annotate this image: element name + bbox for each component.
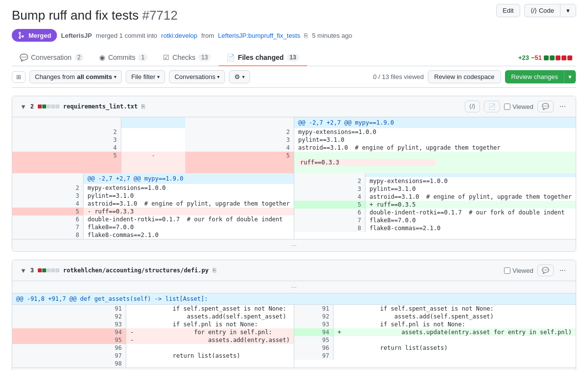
code-button[interactable]: ⟨/⟩ Code [524,4,560,17]
file1-comment-button[interactable]: 💬 [537,101,554,112]
table-row: 3 3 pylint==3.1.0 [12,136,576,144]
stat-bars [544,55,572,60]
mini-bar-gr5 [51,268,55,272]
review-changes-button[interactable]: Review changes [505,70,564,83]
tab-checks-count: 13 [198,53,211,61]
file1-change-count: 2 [30,103,34,110]
tab-files-changed[interactable]: 📄 Files changed 13 [219,50,307,66]
file1-right-table: 2 mypy-extensions==1.0.0 3 pylint==3.1.0… [294,173,576,232]
tab-checks[interactable]: ☑ Checks 13 [155,50,219,66]
commits-icon: ◉ [99,53,105,61]
review-codespace-button[interactable]: Review in codespace [428,70,501,83]
file2-split-diff: 91 if self.spent_asset is not None: 92 a… [12,305,576,368]
stat-bar-3 [556,55,560,60]
code-button-group: ⟨/⟩ Code ▾ [524,4,576,17]
conversation-icon: 💬 [20,53,28,61]
pr-meta: Merged LefterisJP merged 1 commit into r… [12,29,496,42]
tab-files-changed-label: Files changed [238,53,283,61]
file1-diff-table: @@ -2,7 +2,7 @@ mypy==1.9.0 2 2 mypy-ext… [12,117,576,173]
conversations-dropdown[interactable]: Conversations ▾ [169,70,225,83]
table-row: @@ -2,7 +2,7 @@ mypy==1.9.0 [12,173,294,184]
mini-bar-g1 [42,105,46,108]
file2-right-table: 91 if self.spent_asset is not None: 92 a… [294,305,576,360]
table-row: 97 [294,352,576,360]
file2-comment-button[interactable]: 💬 [537,264,554,276]
file-diff-1: ▼ 2 requirements_lint.txt ⎘ ⟨/⟩ 📄 Viewed [12,96,576,252]
table-row: 4 astroid==3.1.0 # engine of pylint, upg… [294,193,576,201]
copy-branch-icon[interactable]: ⎘ [304,32,308,39]
tab-files-changed-count: 13 [287,53,299,61]
table-row: 98 [12,360,294,368]
tab-commits[interactable]: ◉ Commits 1 [91,50,155,66]
settings-dropdown[interactable]: ⚙ ▾ [229,70,250,83]
table-row: 2 mypy-extensions==1.0.0 [12,184,294,192]
files-viewed-text: 0 / 13 files viewed [373,73,423,80]
table-row: 6 double-indent-rotki==0.1.7 # our fork … [294,209,576,216]
file2-left-table: 91 if self.spent_asset is not None: 92 a… [12,305,294,368]
changes-from-dropdown[interactable]: Changes from all commits ▾ [29,70,122,83]
stat-bar-2 [550,55,555,60]
diff-stats-header: +23 −51 [518,50,576,66]
target-branch-link[interactable]: rotki:develop [161,32,197,39]
table-row: 2 2 mypy-extensions==1.0.0 [12,128,576,136]
code-dropdown-button[interactable]: ▾ [560,4,576,17]
pr-title: Bump ruff and fix tests #7712 [12,8,496,23]
file2-expand-top[interactable]: ⋯ [12,281,576,293]
source-branch-link[interactable]: LefterisJP:bumpruff_fix_tests [218,32,300,39]
collapse-file-2-button[interactable]: ▼ [20,267,27,274]
tab-conversation[interactable]: 💬 Conversation 2 [12,50,91,66]
table-row: 2 mypy-extensions==1.0.0 [294,177,576,185]
file2-right-pane: 91 if self.spent_asset is not None: 92 a… [294,305,576,368]
stat-bar-5 [567,55,572,60]
mini-bar-gr1 [47,105,51,108]
table-row: 5 - 5 ruff==0.3.3 [12,152,576,173]
table-row: 95 [294,336,576,344]
settings-caret: ▾ [242,74,245,79]
file1-expand-bottom[interactable]: ⋯ [12,239,576,251]
file2-hunk-header: @@ -91,8 +91,7 @@ def get_assets(self) -… [12,293,576,305]
file1-raw-button[interactable]: 📄 [484,101,500,112]
mini-bar-r1 [38,105,42,108]
file1-left-table: @@ -2,7 +2,7 @@ mypy==1.9.0 2 mypy-exten… [12,173,294,239]
table-row: 97 return list(assets) [12,352,294,360]
table-row: 5 + ruff==0.3.5 [294,201,576,209]
file-header-right-1: ⟨/⟩ 📄 Viewed 💬 ··· [465,100,568,113]
pr-number: #7712 [142,8,177,23]
file-header-left-2: ▼ 3 rotkehlchen/accounting/structures/de… [20,267,500,274]
review-changes-dropdown-button[interactable]: ▾ [564,70,576,83]
file-header-right-2: Viewed 💬 ··· [504,264,568,277]
mini-bar-gr3 [56,105,59,108]
stat-bar-1 [544,55,549,60]
conversations-caret: ▾ [217,74,220,79]
tab-checks-label: Checks [172,53,196,61]
file-header-left-1: ▼ 2 requirements_lint.txt ⎘ [20,103,461,110]
file2-viewed-label[interactable]: Viewed [504,267,533,274]
file-filter-dropdown[interactable]: File filter ▾ [126,70,165,83]
file2-copy-icon[interactable]: ⎘ [213,267,216,274]
files-changed-icon: 📄 [226,53,235,61]
collapse-file-1-button[interactable]: ▼ [20,103,27,110]
file2-change-count: 3 [30,267,34,274]
table-row: 5 - ruff==0.3.3 [12,208,294,215]
file1-copy-icon[interactable]: ⎘ [141,103,145,110]
file1-viewed-checkbox[interactable] [504,104,510,110]
file1-code-view-button[interactable]: ⟨/⟩ [465,101,480,112]
file1-more-button[interactable]: ··· [558,100,568,113]
expand-top-icon: ⋯ [291,285,297,291]
toggle-diff-layout-button[interactable]: ⊞ [12,71,26,83]
file1-mini-bars [38,105,59,108]
file1-viewed-label[interactable]: Viewed [504,103,533,110]
table-row: 91 if self.spent_asset is not None: [294,305,576,313]
stat-bar-4 [561,55,566,60]
table-row: 3 pylint==3.1.0 [12,192,294,200]
file2-more-button[interactable]: ··· [558,264,568,277]
edit-button[interactable]: Edit [496,4,520,17]
file1-hunk-row: @@ -2,7 +2,7 @@ mypy==1.9.0 [12,117,576,128]
table-row [294,173,576,177]
diff-toolbar-right: 0 / 13 files viewed Review in codespace … [373,70,576,83]
file2-expand-bottom[interactable]: ⋯ [12,368,576,370]
file1-split-diff: @@ -2,7 +2,7 @@ mypy==1.9.0 2 mypy-exten… [12,173,576,239]
file2-viewed-checkbox[interactable] [504,267,510,274]
header-actions: Edit ⟨/⟩ Code ▾ [496,4,576,17]
table-row: 4 astroid==3.1.0 # engine of pylint, upg… [12,200,294,208]
